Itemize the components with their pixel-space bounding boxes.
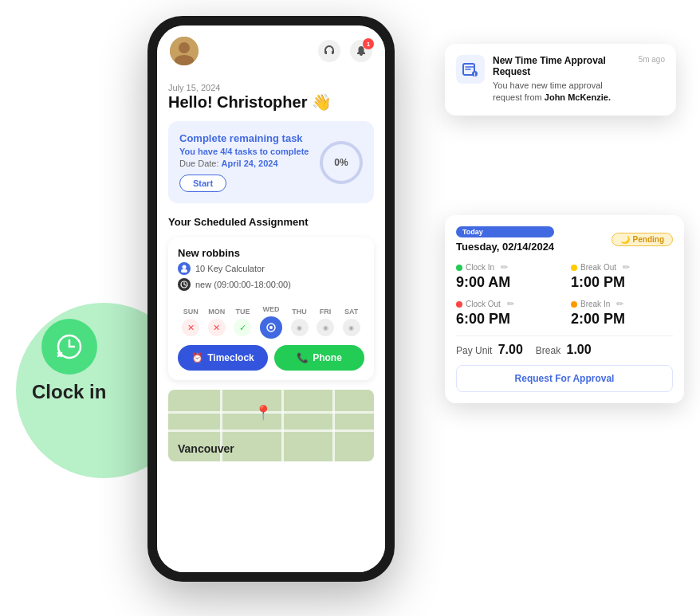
notification-icon[interactable]: 1 [350, 40, 372, 62]
phone-icon: 📞 [297, 352, 309, 363]
section-title: Your Scheduled Assignment [168, 216, 374, 228]
assignment-detail-1: 10 Key Calculator [178, 262, 364, 275]
clock-small-icon [178, 278, 191, 291]
break-in-value: 2:00 PM [571, 311, 673, 328]
day-thu-status: ◉ [291, 319, 309, 336]
timeclock-icon: ⏰ [191, 352, 203, 363]
break-out-value: 1:00 PM [571, 274, 673, 291]
task-subtitle: You have 4/4 tasks to complete [179, 147, 312, 156]
task-card: Complete remaining task You have 4/4 tas… [168, 121, 374, 203]
day-mon-status: ✕ [208, 319, 226, 336]
notification-from: John McKenzie. [545, 92, 611, 102]
break-unit: Break 1.00 [536, 343, 592, 357]
avatar [170, 37, 199, 65]
notification-popup-content: New Time Time Approval Request You have … [493, 55, 631, 104]
clock-in-dot [456, 265, 462, 271]
svg-point-8 [269, 326, 273, 329]
day-mon-label: MON [208, 308, 225, 316]
clock-in-label: Clock In ✏ [456, 262, 558, 273]
phone-button[interactable]: 📞 Phone [274, 345, 364, 371]
day-sat-label: SAT [344, 308, 358, 316]
clock-in-value: 9:00 AM [456, 274, 558, 291]
clock-in-section: Clock in [32, 319, 106, 403]
approval-button[interactable]: Request For Approval [456, 365, 673, 392]
assignment-detail-text-1: 10 Key Calculator [195, 264, 265, 273]
start-button[interactable]: Start [179, 175, 226, 192]
assignment-detail-2: new (09:00:00-18:00:00) [178, 278, 364, 291]
break-in-edit-icon[interactable]: ✏ [616, 299, 623, 309]
svg-point-2 [179, 42, 190, 53]
clock-in-label: Clock in [32, 381, 106, 403]
task-progress-circle: 0% [320, 141, 363, 184]
greeting-name: Hello! Christopher 👋 [168, 92, 374, 112]
greeting-date: July 15, 2024 [168, 83, 374, 92]
day-wed-status [260, 316, 282, 339]
map-road-2 [168, 430, 374, 432]
break-unit-value: 1.00 [567, 343, 592, 356]
map-area: 📍 Vancouver [168, 390, 374, 461]
pay-unit-value: 7.00 [498, 343, 523, 356]
day-sat: SAT ◉ [343, 308, 360, 336]
day-sun: SUN ✕ [182, 308, 199, 336]
map-city-label: Vancouver [178, 442, 234, 455]
map-road-4 [281, 390, 284, 461]
moon-icon: 🌙 [620, 235, 630, 244]
today-badge: Today [456, 226, 554, 237]
phone-content: July 15, 2024 Hello! Christopher 👋 Compl… [157, 73, 385, 572]
task-due: Due Date: April 24, 2024 [179, 159, 312, 168]
header-icons: 1 [318, 40, 372, 62]
pay-unit: Pay Unit 7.00 [456, 343, 523, 357]
task-info: Complete remaining task You have 4/4 tas… [179, 132, 312, 192]
time-card-header: Today Tuesday, 02/14/2024 🌙 Pending [456, 226, 673, 253]
time-grid: Clock In ✏ 9:00 AM Break Out ✏ 1:00 PM C… [456, 262, 673, 328]
break-in-label: Break In ✏ [571, 299, 673, 309]
day-tue-status: ✓ [234, 319, 251, 336]
notification-badge: 1 [363, 38, 374, 49]
day-fri: FRI ◉ [317, 308, 334, 336]
assignment-detail-text-2: new (09:00:00-18:00:00) [195, 280, 291, 289]
break-out-field: Break Out ✏ 1:00 PM [571, 262, 673, 291]
notification-time: 5m ago [639, 55, 665, 64]
notification-popup: New Time Time Approval Request You have … [445, 44, 676, 116]
day-thu-label: THU [292, 308, 307, 316]
greeting-section: July 15, 2024 Hello! Christopher 👋 [168, 83, 374, 112]
timeclock-label: Timeclock [207, 352, 254, 363]
day-tue-label: TUE [235, 308, 250, 316]
clock-out-label: Clock Out ✏ [456, 299, 558, 309]
task-title: Complete remaining task [179, 132, 312, 144]
day-fri-label: FRI [320, 308, 332, 316]
days-row: SUN ✕ MON ✕ TUE ✓ WED [178, 299, 364, 339]
clock-in-edit-icon[interactable]: ✏ [501, 262, 508, 273]
pending-badge: 🌙 Pending [612, 233, 673, 246]
clock-in-icon [41, 319, 97, 375]
day-thu: THU ◉ [291, 308, 309, 336]
svg-point-4 [183, 265, 187, 269]
headset-icon[interactable] [318, 40, 340, 62]
clock-out-dot [456, 301, 462, 308]
phone-label: Phone [313, 352, 342, 363]
notification-body: You have new time approval request from … [493, 80, 631, 104]
day-sun-label: SUN [183, 308, 199, 316]
break-in-field: Break In ✏ 2:00 PM [571, 299, 673, 328]
day-mon: MON ✕ [208, 308, 226, 336]
day-sun-status: ✕ [182, 319, 199, 336]
phone-screen: 1 July 15, 2024 Hello! Christopher 👋 Com… [157, 26, 385, 572]
day-sat-status: ◉ [343, 319, 360, 336]
task-due-date: April 24, 2024 [222, 159, 278, 168]
pending-label: Pending [633, 235, 664, 244]
day-wed: WED [260, 305, 282, 339]
svg-point-5 [181, 269, 187, 273]
timeclock-button[interactable]: ⏰ Timeclock [178, 345, 268, 371]
time-card-popup: Today Tuesday, 02/14/2024 🌙 Pending Cloc… [445, 215, 684, 403]
break-out-edit-icon[interactable]: ✏ [623, 262, 630, 273]
notification-title: New Time Time Approval Request [493, 55, 631, 77]
map-pin: 📍 [254, 404, 272, 422]
clock-out-edit-icon[interactable]: ✏ [507, 299, 514, 309]
break-in-dot [571, 301, 577, 308]
clock-out-field: Clock Out ✏ 6:00 PM [456, 299, 558, 328]
break-out-dot [571, 265, 577, 271]
clock-in-field: Clock In ✏ 9:00 AM [456, 262, 558, 291]
notification-popup-icon [456, 55, 485, 84]
assignment-name: New robbins [178, 247, 364, 259]
person-icon [178, 262, 191, 275]
